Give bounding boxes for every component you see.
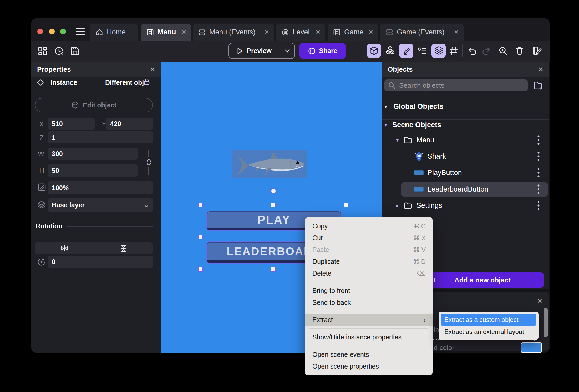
flip-toolbar [35, 242, 153, 254]
external-layout-icon [281, 28, 289, 36]
search-input[interactable] [399, 81, 524, 90]
search-objects-field[interactable] [384, 79, 528, 91]
leaderboardbutton-row-options-icon[interactable] [537, 185, 540, 194]
history-icon[interactable] [54, 46, 64, 56]
submenu-item-extract-custom-object[interactable]: Extract as a custom object [441, 314, 536, 326]
undo-icon[interactable] [467, 46, 476, 56]
z-field[interactable]: 1 [48, 131, 153, 143]
menu-item-show-hide-instance-properties[interactable]: Show/Hide instance properties [305, 331, 433, 343]
add-new-object-button[interactable]: + Add a new object [421, 272, 544, 288]
preview-button[interactable]: Preview [228, 43, 295, 59]
edit-tool-icon[interactable] [402, 46, 411, 55]
trash-icon[interactable] [515, 46, 524, 55]
tab-game-events[interactable]: Game (Events) ✕ [380, 24, 464, 41]
close-icon[interactable]: ✕ [150, 65, 155, 74]
menu-item-paste: Paste⌘ V [305, 244, 433, 256]
menu-item-open-scene-properties[interactable]: Open scene properties [305, 360, 433, 372]
menu-item-copy[interactable]: Copy⌘ C [305, 220, 433, 232]
menu-item-cut[interactable]: Cut⌘ X [305, 232, 433, 244]
tab-close-icon[interactable]: ✕ [450, 29, 459, 36]
tab-label: Level [293, 28, 310, 36]
tree-item-settings-folder[interactable]: ▸ Settings [396, 199, 442, 212]
menu-item-bring-to-front[interactable]: Bring to front [305, 285, 433, 297]
resize-handle-top-left[interactable] [198, 203, 203, 207]
layers-tool-icon[interactable] [434, 46, 444, 55]
preview-dropdown[interactable] [280, 49, 294, 53]
instances-list-icon[interactable] [418, 46, 427, 56]
chevron-down-icon: ▾ [396, 137, 399, 143]
layer-select[interactable]: Base layer ⌄ [48, 198, 153, 212]
scene-objects-section[interactable]: ▾ Scene Objects [384, 118, 441, 131]
object-groups-icon[interactable] [385, 45, 395, 55]
instance-diamond-icon [37, 79, 44, 86]
rotation-field[interactable]: 0 [48, 256, 153, 268]
tree-item-menu-folder[interactable]: ▾ Menu [396, 133, 434, 147]
x-field[interactable]: 510 [48, 118, 95, 130]
tree-item-shark[interactable]: Shark [414, 150, 446, 163]
chevron-right-icon: ▸ [396, 202, 399, 209]
shark-sprite[interactable] [232, 150, 307, 178]
flip-horizontal-button[interactable] [35, 244, 94, 252]
menu-item-open-scene-events[interactable]: Open scene events [305, 349, 433, 360]
submenu-item-extract-external-layout[interactable]: Extract as an external layout [441, 326, 536, 338]
tree-item-leaderboardbutton[interactable]: LeaderboardButton [414, 183, 488, 196]
chevron-right-icon: › [423, 316, 426, 324]
add-folder-icon[interactable] [533, 80, 543, 91]
menu-item-duplicate[interactable]: Duplicate⌘ D [305, 256, 433, 267]
opacity-field[interactable]: 100% [48, 181, 153, 194]
tab-close-icon[interactable]: ✕ [365, 29, 373, 36]
close-window-button[interactable] [37, 29, 43, 34]
share-button[interactable]: Share [299, 43, 346, 59]
scrollbar-thumb[interactable] [544, 308, 548, 337]
edit-object-button[interactable]: Edit object [35, 98, 153, 112]
resize-handle-bottom-center[interactable] [271, 267, 276, 272]
context-menu: Copy⌘ C Cut⌘ X Paste⌘ V Duplicate⌘ D Del… [305, 217, 433, 375]
menu-item-delete[interactable]: Delete⌫ [305, 267, 433, 279]
tab-menu[interactable]: Menu ✕ [141, 24, 191, 41]
global-objects-section[interactable]: ▸ Global Objects [385, 100, 444, 113]
resize-handle-bottom-left[interactable] [198, 267, 203, 272]
tree-item-playbutton[interactable]: PlayButton [414, 166, 462, 179]
menu-row-options-icon[interactable] [537, 136, 540, 145]
playbutton-row-options-icon[interactable] [537, 168, 540, 177]
objects-tool-icon[interactable] [369, 46, 379, 55]
tab-close-icon[interactable]: ✕ [261, 29, 269, 36]
divider [309, 282, 428, 282]
folder-icon [403, 136, 412, 144]
y-field[interactable]: 420 [106, 118, 153, 130]
tab-close-icon[interactable]: ✕ [178, 29, 186, 36]
grid-icon[interactable] [449, 46, 458, 55]
save-icon[interactable] [70, 46, 80, 56]
tab-home[interactable]: Home [90, 24, 138, 41]
flip-vertical-button[interactable] [94, 244, 153, 252]
edit-scene-properties-icon[interactable] [532, 46, 542, 56]
tab-game[interactable]: Game ✕ [328, 24, 378, 41]
tab-close-icon[interactable]: ✕ [312, 29, 321, 36]
minimize-window-button[interactable] [49, 29, 55, 34]
chevron-down-icon: ▾ [384, 122, 387, 128]
menu-item-send-to-back[interactable]: Send to back [305, 297, 433, 308]
resize-handle-top-right[interactable] [344, 203, 348, 207]
tab-menu-events[interactable]: Menu (Events) ✕ [193, 24, 274, 41]
h-field[interactable]: 50 [48, 164, 138, 177]
shortcut: ⌘ V [413, 246, 426, 254]
resize-handle-top-center[interactable] [271, 203, 276, 207]
rotation-handle[interactable] [271, 188, 276, 194]
layers-close-icon[interactable]: ✕ [537, 297, 543, 305]
resize-handle-mid-left[interactable] [198, 235, 203, 239]
close-icon[interactable]: ✕ [538, 65, 544, 74]
shark-row-options-icon[interactable] [537, 152, 540, 161]
background-color-swatch[interactable] [521, 342, 542, 353]
settings-row-options-icon[interactable] [537, 201, 540, 210]
zoom-in-icon[interactable] [499, 46, 508, 56]
main-menu-icon[interactable] [76, 28, 85, 35]
redo-icon[interactable] [482, 46, 492, 56]
menu-item-extract[interactable]: Extract› [305, 314, 433, 326]
tab-level[interactable]: Level ✕ [276, 24, 325, 41]
panels-layout-icon[interactable] [38, 46, 48, 56]
link-dimensions-icon[interactable] [144, 149, 154, 176]
unlock-icon[interactable] [143, 78, 151, 86]
divider [309, 328, 428, 329]
w-field[interactable]: 300 [48, 148, 138, 160]
maximize-window-button[interactable] [60, 29, 66, 34]
